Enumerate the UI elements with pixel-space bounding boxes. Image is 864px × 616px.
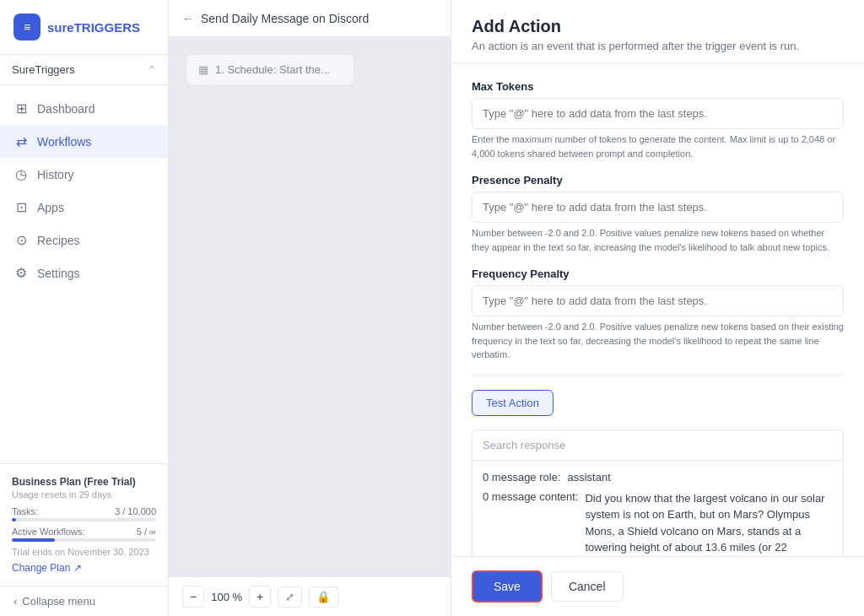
divider: [472, 376, 844, 376]
sidebar-item-dashboard[interactable]: ⊞ Dashboard: [0, 92, 168, 125]
max-tokens-input[interactable]: [472, 98, 844, 129]
external-link-icon: ↗: [73, 562, 82, 574]
frequency-penalty-label: Frequency Penalty: [472, 267, 844, 280]
tasks-progress-fill: [12, 518, 16, 521]
save-button[interactable]: Save: [472, 570, 543, 602]
sidebar-item-settings[interactable]: ⚙ Settings: [0, 257, 168, 289]
panel-description: An action is an event that is performed …: [472, 40, 844, 52]
cancel-button[interactable]: Cancel: [551, 571, 624, 602]
frequency-penalty-input[interactable]: [472, 285, 844, 316]
fit-screen-button[interactable]: ⤢: [278, 586, 302, 608]
presence-penalty-hint: Number between -2.0 and 2.0. Positive va…: [472, 226, 844, 254]
collapse-icon: ‹: [14, 595, 17, 608]
frequency-penalty-hint: Number between -2.0 and 2.0. Positive va…: [472, 320, 844, 362]
sidebar-item-label: Workflows: [37, 135, 91, 149]
test-action-button[interactable]: Test Action: [472, 390, 554, 416]
recipes-icon: ⊙: [14, 232, 29, 248]
response-value-role: assistant: [568, 471, 611, 484]
sidebar-nav: ⊞ Dashboard ⇄ Workflows ◷ History ⊡ Apps…: [0, 85, 168, 463]
plan-subtitle: Usage resets in 29 days: [12, 489, 156, 500]
response-content: 0 message role: assistant 0 message cont…: [472, 461, 843, 557]
sidebar-item-apps[interactable]: ⊡ Apps: [0, 191, 168, 224]
logo-icon: ≡: [14, 14, 40, 41]
collapse-menu-button[interactable]: ‹ Collapse menu: [0, 586, 168, 616]
history-icon: ◷: [14, 166, 29, 182]
presence-penalty-group: Presence Penalty Number between -2.0 and…: [472, 174, 844, 254]
tasks-progress-bar: [12, 518, 156, 521]
frequency-penalty-group: Frequency Penalty Number between -2.0 an…: [472, 267, 844, 362]
workflows-icon: ⇄: [14, 133, 29, 149]
apps-icon: ⊡: [14, 199, 29, 215]
response-box: Search response 0 message role: assistan…: [472, 430, 844, 557]
workflows-progress-fill: [12, 538, 55, 542]
sidebar-logo: ≡ sureTRIGGERS: [0, 0, 168, 55]
add-action-panel: Add Action An action is an event that is…: [451, 0, 864, 616]
panel-header: Add Action An action is an event that is…: [451, 0, 864, 63]
max-tokens-group: Max Tokens Enter the maximum number of t…: [472, 80, 844, 160]
workflows-progress-bar: [12, 538, 156, 542]
sidebar-item-history[interactable]: ◷ History: [0, 158, 168, 191]
workflow-title: Send Daily Message on Discord: [201, 12, 369, 25]
sidebar-item-label: Settings: [37, 267, 80, 280]
presence-penalty-label: Presence Penalty: [472, 174, 844, 186]
panel-title: Add Action: [472, 17, 844, 36]
schedule-node[interactable]: ▦ 1. Schedule: Start the...: [186, 54, 354, 85]
tasks-label: Tasks:: [12, 506, 38, 516]
change-plan-link[interactable]: Change Plan ↗: [12, 562, 156, 574]
response-value-content: Did you know that the largest volcano in…: [585, 490, 833, 557]
back-button[interactable]: ←: [182, 12, 194, 25]
zoom-value: 100 %: [211, 591, 242, 603]
presence-penalty-input[interactable]: [472, 192, 844, 223]
plan-title: Business Plan (Free Trial): [12, 476, 156, 488]
trial-end-date: Trial ends on November 30, 2023: [12, 547, 156, 557]
org-name: SureTriggers: [12, 63, 75, 76]
sidebar-item-label: Dashboard: [37, 102, 95, 116]
sidebar: ≡ sureTRIGGERS SureTriggers ⌃ ⊞ Dashboar…: [0, 0, 169, 616]
response-row-content: 0 message content: Did you know that the…: [483, 490, 833, 557]
zoom-in-button[interactable]: +: [249, 586, 271, 608]
active-workflows-label: Active Workflows:: [12, 527, 85, 537]
org-arrow-icon: ⌃: [148, 64, 156, 76]
zoom-out-button[interactable]: −: [182, 586, 204, 608]
lock-button[interactable]: 🔒: [309, 586, 338, 608]
tasks-usage: Tasks: 3 / 10,000: [12, 506, 156, 516]
sidebar-org[interactable]: SureTriggers ⌃: [0, 55, 168, 85]
schedule-node-label: 1. Schedule: Start the...: [215, 63, 330, 76]
settings-icon: ⚙: [14, 265, 29, 281]
response-search: Search response: [472, 430, 843, 461]
panel-body: Max Tokens Enter the maximum number of t…: [451, 63, 864, 556]
dashboard-icon: ⊞: [14, 100, 29, 116]
logo-text: sureTRIGGERS: [47, 20, 140, 35]
max-tokens-label: Max Tokens: [472, 80, 844, 93]
sidebar-bottom: Business Plan (Free Trial) Usage resets …: [0, 463, 168, 586]
sidebar-item-label: Recipes: [37, 234, 80, 247]
panel-footer: Save Cancel: [451, 556, 864, 616]
max-tokens-hint: Enter the maximum number of tokens to ge…: [472, 132, 844, 160]
collapse-label: Collapse menu: [22, 595, 95, 608]
response-key-content: 0 message content:: [483, 490, 578, 557]
workflows-usage: Active Workflows: 5 / ∞: [12, 527, 156, 537]
active-workflows-value: 5 / ∞: [137, 527, 156, 537]
sidebar-item-label: History: [37, 168, 74, 181]
sidebar-item-workflows[interactable]: ⇄ Workflows: [0, 125, 168, 158]
header-left: ← Send Daily Message on Discord: [182, 12, 369, 25]
sidebar-item-recipes[interactable]: ⊙ Recipes: [0, 224, 168, 257]
tasks-value: 3 / 10,000: [115, 506, 156, 516]
schedule-node-icon: ▦: [198, 63, 208, 76]
main-content: ← Send Daily Message on Discord ✕ ▦ 1. S…: [169, 0, 864, 616]
response-key-role: 0 message role:: [483, 471, 561, 484]
response-row-role: 0 message role: assistant: [483, 471, 833, 484]
sidebar-item-label: Apps: [37, 201, 64, 214]
